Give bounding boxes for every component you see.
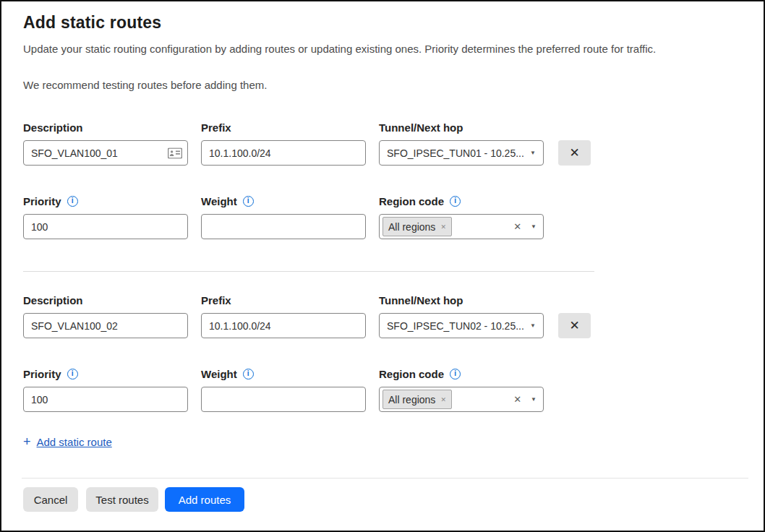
priority-field-group: Priority i [23,367,188,412]
route-divider [23,271,594,272]
contact-card-icon [168,147,182,158]
region-code-field-group: Region code i All regions ✕ ✕ ▼ [379,194,544,239]
recommendation-text: We recommend testing routes before addin… [23,79,742,92]
prefix-label: Prefix [201,121,366,134]
cancel-button[interactable]: Cancel [23,487,78,512]
prefix-label: Prefix [201,293,366,306]
weight-field-group: Weight i [201,367,366,412]
description-field-group: Description [23,293,188,338]
chevron-down-icon: ▼ [530,150,536,156]
add-routes-button[interactable]: Add routes [165,487,244,512]
priority-label: Priority [23,368,61,380]
region-code-combobox[interactable]: All regions ✕ ✕ ▼ [379,387,544,412]
add-static-routes-dialog: Add static routes Update your static rou… [0,0,765,532]
tunnel-select[interactable]: SFO_IPSEC_TUN02 - 10.25... ▼ [379,313,544,338]
region-code-label: Region code [379,368,444,380]
region-chip-label: All regions [388,221,435,233]
clear-icon[interactable]: ✕ [513,394,521,405]
chip-remove-icon[interactable]: ✕ [440,223,446,231]
add-static-route-label: Add static route [37,436,112,448]
region-chip-label: All regions [388,394,435,406]
info-icon[interactable]: i [450,369,461,379]
weight-label: Weight [201,195,237,207]
prefix-field-group: Prefix [201,293,366,338]
weight-field-group: Weight i [201,194,366,239]
intro-text: Update your static routing configuration… [23,43,742,56]
tunnel-field-group: Tunnel/Next hop SFO_IPSEC_TUN01 - 10.25.… [379,121,544,166]
info-icon[interactable]: i [67,196,78,207]
description-label: Description [23,121,188,134]
info-icon[interactable]: i [67,369,78,379]
tunnel-selected-value: SFO_IPSEC_TUN01 - 10.25... [387,147,524,159]
weight-input[interactable] [201,387,366,412]
region-code-combobox[interactable]: All regions ✕ ✕ ▼ [379,214,544,239]
test-routes-button[interactable]: Test routes [86,487,158,512]
info-icon[interactable]: i [243,369,254,379]
chip-remove-icon[interactable]: ✕ [440,396,446,403]
description-input[interactable] [23,313,188,338]
description-label: Description [23,293,188,306]
remove-route-button[interactable]: ✕ [558,313,591,338]
region-code-field-group: Region code i All regions ✕ ✕ ▼ [379,367,544,412]
route-entry-2: Description Prefix Tunnel/Next hop SFO_I… [23,293,742,412]
weight-input[interactable] [201,214,366,239]
clear-icon[interactable]: ✕ [513,221,521,232]
chevron-down-icon[interactable]: ▼ [531,223,537,230]
description-field-group: Description [23,121,188,166]
weight-label: Weight [201,368,237,380]
close-icon: ✕ [569,145,579,160]
region-code-label: Region code [379,195,444,207]
dialog-footer: Cancel Test routes Add routes [22,478,748,531]
tunnel-field-group: Tunnel/Next hop SFO_IPSEC_TUN02 - 10.25.… [379,293,544,338]
add-static-route-link[interactable]: + Add static route [23,435,112,448]
priority-label: Priority [23,195,61,207]
tunnel-label: Tunnel/Next hop [379,293,544,306]
remove-route-button[interactable]: ✕ [558,140,591,166]
page-title: Add static routes [23,13,742,33]
route-entry-1: Description [23,121,742,239]
chevron-down-icon: ▼ [530,322,536,329]
description-input[interactable] [23,140,188,166]
plus-icon: + [23,435,31,448]
region-chip: All regions ✕ [382,390,452,409]
prefix-input[interactable] [201,140,366,166]
tunnel-selected-value: SFO_IPSEC_TUN02 - 10.25... [387,320,524,332]
info-icon[interactable]: i [450,196,461,207]
priority-input[interactable] [23,214,188,239]
tunnel-label: Tunnel/Next hop [379,121,544,134]
close-icon: ✕ [569,318,579,333]
chevron-down-icon[interactable]: ▼ [531,396,537,403]
priority-input[interactable] [23,387,188,412]
priority-field-group: Priority i [23,194,188,239]
region-chip: All regions ✕ [382,217,452,236]
prefix-input[interactable] [201,313,366,338]
prefix-field-group: Prefix [201,121,366,166]
tunnel-select[interactable]: SFO_IPSEC_TUN01 - 10.25... ▼ [379,140,544,166]
info-icon[interactable]: i [243,196,254,207]
